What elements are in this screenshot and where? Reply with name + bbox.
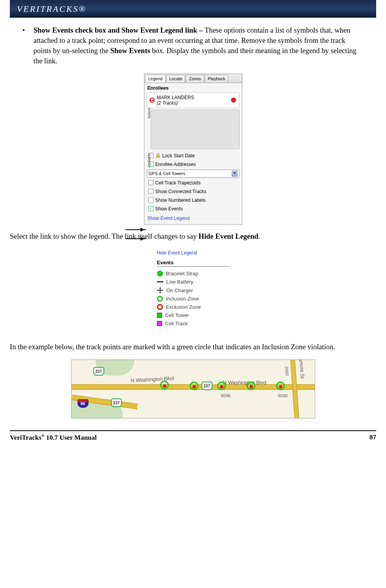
row-addresses[interactable]: ✓ Enrollee Addresses: [147, 161, 240, 168]
checkbox-events[interactable]: ✓: [148, 206, 153, 211]
tab-legend[interactable]: Legend: [145, 75, 166, 83]
track-dot-3: [220, 385, 223, 389]
housenum-2000: 2000: [284, 366, 290, 376]
mid-b1: Hide Event Legend: [199, 232, 259, 240]
footer-brand: VeriTracks: [10, 434, 41, 441]
checkbox-numbered[interactable]: ✓: [148, 197, 153, 203]
checkbox-connected[interactable]: ✓: [148, 189, 153, 194]
footer-page: 87: [369, 433, 376, 442]
legend-celltower: Cell Tower: [157, 312, 229, 318]
gps-select[interactable]: GPS & Cell Towers: [147, 170, 240, 178]
legend-panel: Hide Event Legend Events Bracelet Strap …: [154, 249, 233, 330]
events-title: Events: [157, 260, 229, 267]
housenum-6596: 6596: [221, 393, 231, 398]
select-value: GPS & Cell Towers: [149, 171, 185, 176]
enrollee-sub: (2 Tracks): [157, 100, 194, 106]
lower-paragraph: In the example below, the track points a…: [10, 342, 376, 352]
shield-237-a: 237: [93, 367, 104, 376]
mid-t1: Select the link to show the legend. The …: [10, 232, 199, 240]
track-dot-5: [279, 385, 283, 389]
green-ring-icon: [157, 296, 163, 302]
row-events[interactable]: ✓ Show Events: [147, 205, 240, 212]
row-connected[interactable]: ✓ Show Connected Tracks: [147, 188, 240, 195]
show-event-legend-link[interactable]: Show Event Legend: [144, 214, 242, 224]
legend-inclusion: Inclusion Zone: [157, 296, 229, 302]
events-panel: Selected Available Legend Locate Zones P…: [144, 74, 242, 225]
arrow-show-legend: [126, 238, 146, 239]
shield-237-c: 237: [201, 382, 212, 390]
brand-header: VERITRACKS®: [10, 0, 376, 18]
tab-locate[interactable]: Locate: [166, 75, 185, 83]
legend-label-celltrack: Cell Track: [165, 321, 188, 326]
magenta-square-icon: [157, 321, 162, 326]
legend-charger: On Charger: [157, 287, 229, 293]
track-dot-4: [249, 385, 253, 389]
label-addresses: Enrollee Addresses: [155, 162, 196, 167]
row-numbered[interactable]: ✓ Show Numbered Labels: [147, 197, 240, 204]
arrow-show-events: [126, 229, 146, 230]
checkbox-trapezoids[interactable]: ✓: [148, 180, 153, 185]
footer-title: 10.7 User Manual: [44, 434, 97, 441]
red-ring-icon: [157, 304, 163, 310]
footer-left: VeriTracks® 10.7 User Manual: [10, 433, 97, 442]
enrollee-dot-icon: [231, 98, 236, 103]
shield-237-b: 237: [111, 398, 122, 407]
page-footer: VeriTracks® 10.7 User Manual 87: [10, 430, 376, 444]
label-numbered: Show Numbered Labels: [155, 197, 206, 203]
bullet-bold1: Show Events: [110, 47, 150, 55]
label-events: Show Events: [155, 206, 183, 212]
road-name-sycamore: Sycamore St: [297, 359, 306, 379]
mid-t2: .: [259, 232, 260, 240]
legend-label-inclusion: Inclusion Zone: [166, 296, 199, 302]
label-trapezoids: Cell Track Trapezoids: [155, 180, 201, 186]
housenum-6500: 6500: [278, 393, 288, 398]
enrollee-name: MARK LANDERS: [157, 95, 194, 100]
map-figure: N Washington Blvd N Washington Blvd Syca…: [71, 359, 315, 418]
chevron-down-icon: [232, 171, 238, 177]
legend-label-bracelet: Bracelet Strap: [166, 271, 198, 276]
green-square-icon: [157, 313, 162, 318]
row-trapezoids[interactable]: ✓ Cell Track Trapezoids: [147, 179, 240, 186]
enrollee-icon: [150, 98, 155, 103]
row-lock[interactable]: ✓ Lock Start Date: [147, 152, 240, 159]
green-circle-icon: [157, 271, 163, 276]
available-area: [151, 110, 240, 149]
side-label-available: Available: [147, 153, 151, 167]
legend-celltrack: Cell Track: [157, 321, 229, 326]
label-lock: Lock Start Date: [163, 153, 195, 159]
mid-paragraph: Select the link to show the legend. The …: [10, 232, 376, 242]
legend-label-charger: On Charger: [166, 288, 193, 293]
enrollees-label: Enrollees: [144, 83, 242, 91]
legend-lowbattery: Low Battery: [157, 279, 229, 285]
enrollee-text: MARK LANDERS (2 Tracks): [157, 95, 194, 106]
legend-exclusion: Exclusion Zone: [157, 304, 229, 310]
plus-icon: [157, 287, 163, 293]
brand-text: VERITRACKS®: [17, 4, 87, 14]
bullet-paragraph: Show Events check box and Show Event Leg…: [33, 26, 364, 66]
legend-bracelet: Bracelet Strap: [157, 271, 229, 276]
panel-tabs: Legend Locate Zones Playback: [144, 74, 242, 83]
selected-enrollee[interactable]: MARK LANDERS (2 Tracks): [147, 92, 240, 108]
svg-rect-0: [156, 155, 160, 158]
label-connected: Show Connected Tracks: [155, 189, 207, 194]
legend-label-celltower: Cell Tower: [165, 312, 189, 318]
tab-zones[interactable]: Zones: [186, 75, 204, 83]
minus-icon: [157, 281, 163, 282]
bullet-title: Show Events check box and Show Event Leg…: [33, 26, 205, 34]
track-dot-1: [163, 384, 166, 388]
lock-icon: [155, 153, 161, 158]
hide-event-legend-link[interactable]: Hide Event Legend: [157, 250, 229, 256]
legend-label-lowbattery: Low Battery: [166, 279, 194, 285]
road-name-main2: N Washington Blvd: [223, 380, 266, 385]
tab-playback[interactable]: Playback: [205, 75, 229, 83]
track-dot-2: [192, 385, 196, 389]
shield-66: 66: [78, 399, 89, 408]
legend-label-exclusion: Exclusion Zone: [166, 304, 201, 310]
